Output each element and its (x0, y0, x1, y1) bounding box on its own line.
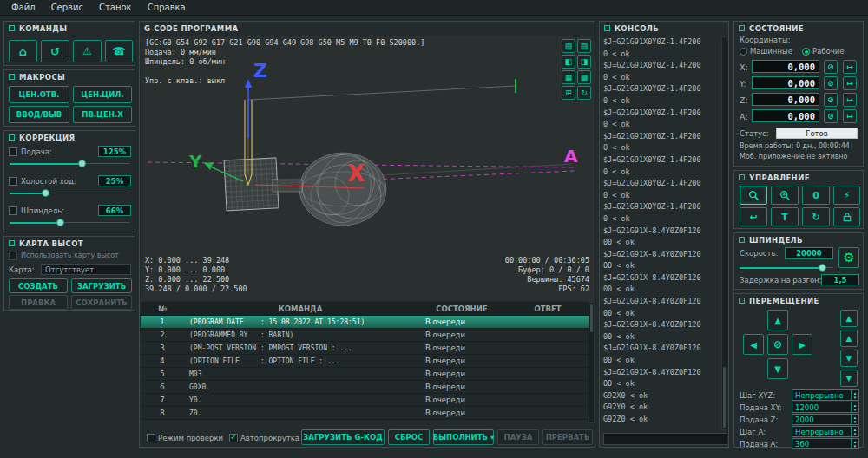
jog-x-plus-button[interactable]: ▶ (792, 334, 812, 355)
reset-gcode-button[interactable]: СБРОС (388, 429, 430, 445)
console-scrollbar[interactable] (721, 36, 727, 430)
work-coords-radio[interactable] (802, 48, 810, 56)
view-button[interactable]: ▧ (562, 39, 575, 53)
step-xyz-select[interactable]: Непрерывно (792, 389, 859, 401)
spindle-delay-value[interactable]: 1,5 (821, 274, 859, 285)
jog-z-minus-button[interactable]: ▼ (840, 370, 858, 387)
run-icon: ⚡ (844, 190, 851, 201)
view-button[interactable]: ↻ (577, 86, 591, 100)
run-control-button[interactable]: ⚡ (833, 186, 860, 205)
view-button[interactable]: ▦ (562, 70, 575, 84)
rapid-override-checkbox[interactable] (9, 177, 17, 186)
spindle-override-slider[interactable] (10, 219, 129, 226)
view-button[interactable]: ◧ (562, 55, 575, 69)
rapid-override-slider[interactable] (10, 189, 129, 197)
abort-button[interactable]: ПРЕРВАТЬ (542, 429, 593, 445)
y-zero-button[interactable]: ⊘ (824, 76, 838, 90)
feed-a-select[interactable]: 360 (792, 438, 859, 449)
machine-coords-radio[interactable] (740, 48, 747, 56)
menu-file[interactable]: Файл (3, 1, 43, 14)
spinner-icon[interactable] (851, 415, 858, 424)
view-button[interactable]: ◨ (577, 55, 591, 69)
jog-stop-button[interactable]: ⊘ (767, 334, 788, 355)
spindle-speed-label: Скорость: (740, 249, 778, 258)
refresh-button[interactable]: ↻ (802, 207, 830, 226)
jog-a-plus-button[interactable]: ▲ (840, 330, 858, 347)
3d-viewport[interactable]: Z Y X A [GC:G0 G54 G92 G17 G21 G90 G94 G… (141, 36, 595, 301)
console-line: $J=G21G91X-8.4Y0Z0F120 (603, 343, 720, 355)
console-input[interactable] (603, 433, 727, 445)
load-gcode-button[interactable]: ЗАГРУЗИТЬ G-КОД (301, 429, 385, 445)
run-button[interactable]: ВЫПОЛНИТЬ ▾ (433, 429, 494, 445)
jog-x-minus-button[interactable]: ◀ (743, 334, 764, 355)
table-row[interactable]: 5 M03 В очереди (141, 368, 589, 381)
home-button[interactable]: ⌂ (9, 40, 37, 62)
heightmap-save-button[interactable]: СОХРАНИТЬ (71, 295, 132, 310)
heightmap-create-button[interactable]: СОЗДАТЬ (9, 278, 68, 293)
macro-center-x-button[interactable]: ПВ.ЦЕН.X (73, 106, 132, 123)
z-zero-button[interactable]: ⊘ (824, 93, 838, 107)
view-button[interactable]: ▩ (577, 70, 591, 84)
row-number: 8 (141, 409, 184, 417)
jog-z-plus-button[interactable]: ▲ (840, 310, 858, 327)
control-panel: УПРАВЛЕНИЕ 0 ⚡ ↩ T ↻ (733, 170, 864, 229)
view-button[interactable]: ▨ (577, 39, 591, 53)
table-row[interactable]: 2 (PROGRAMMED BY : BABIN) В очереди (141, 329, 589, 342)
a-zero-button[interactable]: ⊘ (824, 109, 838, 123)
macro-center-hole-button[interactable]: ЦЕН.ОТВ. (9, 86, 69, 103)
feed-override-checkbox[interactable] (9, 147, 17, 156)
view-button[interactable]: ⊞ (562, 86, 575, 100)
step-a-select[interactable]: Непрерывно (792, 426, 859, 437)
menu-service[interactable]: Сервис (43, 1, 91, 14)
menu-machine[interactable]: Станок (91, 1, 140, 14)
feed-z-select[interactable]: 2000 (792, 414, 859, 425)
menu-help[interactable]: Справка (140, 1, 194, 14)
mobile-app-button[interactable]: ☎ (105, 40, 133, 62)
feed-override-slider[interactable] (10, 160, 129, 167)
zero-xyz-button[interactable]: 0 (802, 186, 830, 205)
fit-view-button[interactable] (740, 186, 767, 205)
jog-y-plus-button[interactable]: ▲ (767, 310, 788, 330)
heightmap-load-button[interactable]: ЗАГРУЗИТЬ (71, 278, 132, 293)
spinner-icon[interactable] (851, 439, 858, 448)
unlock-alarm-button[interactable]: ⚠ (73, 40, 102, 62)
spindle-speed-slider[interactable] (740, 264, 833, 272)
restore-origin-button[interactable]: ↩ (740, 207, 767, 226)
y-goto-button[interactable]: ↦ (843, 76, 857, 90)
macro-io-button[interactable]: ВВОД/ВЫВ (9, 106, 69, 123)
table-row[interactable]: 3 (PM-POST VERSION : PMPOST VERSION : ..… (141, 342, 589, 355)
table-row[interactable]: 8 Z0. В очереди (141, 407, 589, 420)
check-mode-checkbox[interactable] (147, 434, 155, 442)
table-row[interactable]: 1 (PROGRAM DATE : 15.08.2022 AT 15:28:51… (141, 316, 589, 329)
jog-y-minus-button[interactable]: ▼ (767, 358, 788, 379)
autoscroll-checkbox[interactable] (229, 434, 238, 442)
lock-button[interactable] (833, 207, 860, 226)
spinner-icon[interactable] (851, 402, 858, 412)
x-zero-button[interactable]: ⊘ (824, 60, 838, 74)
z-goto-button[interactable]: ↦ (843, 93, 857, 107)
spindle-speed-value[interactable]: 20000 (785, 247, 833, 259)
program-table-body[interactable]: 1 (PROGRAM DATE : 15.08.2022 AT 15:28:51… (141, 316, 589, 420)
table-row[interactable]: 7 Y0. В очереди (141, 394, 589, 407)
table-row[interactable]: 4 (OPTION FILE : OPTION FILE : ... В оче… (141, 355, 589, 368)
feed-xy-select[interactable]: 12000 (792, 402, 859, 413)
reset-button[interactable]: ↺ (41, 40, 69, 62)
heightmap-edit-button[interactable]: ПРАВКА (9, 295, 68, 310)
tool-change-button[interactable]: T (771, 207, 799, 226)
table-scrollbar[interactable] (589, 302, 595, 423)
spinner-icon[interactable] (851, 427, 858, 436)
console-line: 00 < ok (603, 260, 720, 272)
jog-a-minus-button[interactable]: ▼ (840, 350, 858, 367)
spinner-icon[interactable] (851, 390, 858, 400)
zoom-button[interactable] (771, 186, 799, 205)
a-goto-button[interactable]: ↦ (843, 109, 857, 123)
console-line: 0 < ok (603, 213, 720, 226)
pause-button[interactable]: ПАУЗА (497, 429, 539, 445)
use-heightmap-checkbox[interactable] (9, 252, 17, 260)
spindle-settings-button[interactable]: ⚙ (838, 247, 859, 268)
spindle-override-checkbox[interactable] (9, 206, 17, 215)
table-row[interactable]: 6 G0X0. В очереди (141, 381, 589, 394)
macro-center-cyl-button[interactable]: ЦЕН.ЦИЛ. (73, 86, 132, 103)
x-goto-button[interactable]: ↦ (843, 60, 857, 74)
console-output[interactable]: $J=G21G91X0Y0Z-1.4F2000 < ok$J=G21G91X0Y… (603, 36, 720, 430)
